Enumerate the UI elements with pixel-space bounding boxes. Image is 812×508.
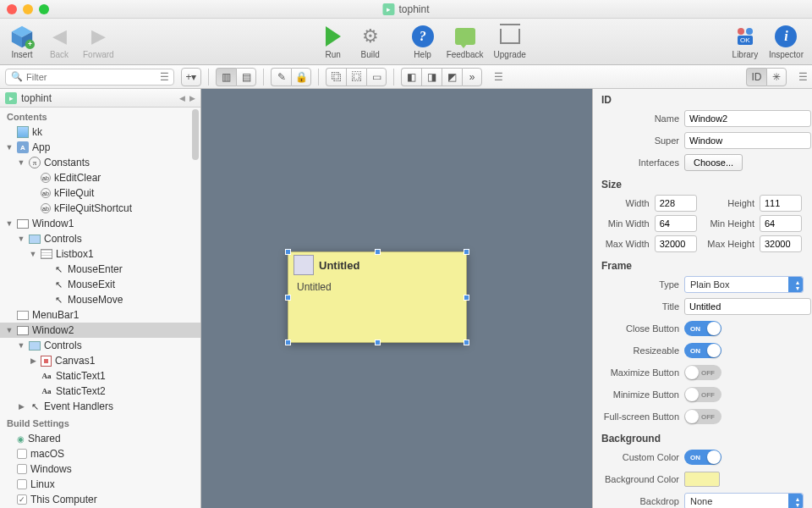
view-code-button[interactable]: ▤	[236, 68, 256, 86]
checkbox[interactable]	[17, 479, 27, 489]
lock-button[interactable]: 🔒	[291, 68, 311, 86]
edit-button[interactable]: ✎	[271, 68, 291, 86]
tree-item-kfilequitshortcut[interactable]: abkFileQuitShortcut	[0, 201, 200, 216]
disclosure-icon[interactable]: ▼	[17, 158, 25, 167]
tree-item-constants[interactable]: ▼πConstants	[0, 155, 200, 170]
align-button-1[interactable]: ⿻	[326, 68, 346, 86]
nav-prev-icon[interactable]: ◀	[179, 94, 185, 102]
tree-item-kfilequit[interactable]: abkFileQuit	[0, 185, 200, 201]
height-field[interactable]	[760, 195, 802, 212]
minwidth-field[interactable]	[655, 215, 697, 232]
maxheight-field[interactable]	[760, 235, 802, 252]
minheight-field[interactable]	[760, 215, 802, 232]
disclosure-icon[interactable]: ▶	[29, 356, 37, 365]
tree-item-menubar1[interactable]: MenuBar1	[0, 307, 200, 323]
window-preview[interactable]: Untitled Untitled	[288, 251, 467, 343]
overflow-button[interactable]: »	[462, 68, 482, 86]
target-shared[interactable]: ◉Shared	[0, 431, 200, 446]
resizeable-switch[interactable]: ON	[684, 343, 721, 358]
run-button[interactable]: Run	[320, 24, 347, 59]
tree-item-controls[interactable]: ▼Controls	[0, 231, 200, 246]
super-field[interactable]	[684, 132, 811, 149]
insert-button[interactable]: + Insert	[8, 24, 36, 59]
zoom-icon[interactable]	[39, 4, 49, 14]
align-button-2[interactable]: ⿴	[346, 68, 366, 86]
tree-item-listbox1[interactable]: ▼Listbox1	[0, 246, 200, 262]
resize-handle[interactable]	[464, 249, 469, 255]
fullscreen-switch[interactable]: OFF	[684, 409, 721, 424]
resize-handle[interactable]	[285, 249, 291, 255]
choose-interfaces-button[interactable]: Choose...	[684, 154, 743, 171]
name-field[interactable]	[684, 110, 811, 127]
scrollbar[interactable]	[192, 109, 199, 160]
checkbox[interactable]	[17, 449, 27, 459]
build-button[interactable]: ⚙ Build	[357, 24, 384, 59]
target-windows[interactable]: Windows	[0, 461, 200, 477]
tree-item-mouseexit[interactable]: ↖MouseExit	[0, 277, 200, 292]
target-macos[interactable]: macOS	[0, 446, 200, 461]
forward-button[interactable]: ▶ Forward	[83, 24, 114, 59]
disclosure-icon[interactable]: ▼	[5, 143, 14, 152]
resize-handle[interactable]	[285, 295, 291, 301]
width-field[interactable]	[655, 195, 697, 212]
resize-handle[interactable]	[285, 340, 291, 345]
minimize-switch[interactable]: OFF	[684, 387, 721, 402]
library-button[interactable]: OK Library	[732, 24, 759, 59]
tree-item-keditclear[interactable]: abkEditClear	[0, 170, 200, 185]
disclosure-icon[interactable]: ▼	[17, 235, 25, 243]
close-icon[interactable]	[7, 4, 17, 14]
type-select[interactable]: Plain Box▴▾	[684, 276, 804, 293]
resize-handle[interactable]	[375, 340, 381, 345]
disclosure-icon[interactable]: ▶	[17, 402, 25, 411]
tree-item-eventhandlers[interactable]: ▶↖Event Handlers	[0, 399, 200, 414]
resize-handle[interactable]	[464, 295, 469, 301]
tree-item-app[interactable]: ▼AApp	[0, 140, 200, 155]
navigator-tree[interactable]: Contents kk ▼AApp ▼πConstants abkEditCle…	[0, 108, 200, 508]
tree-item-window2[interactable]: ▼Window2	[0, 323, 200, 338]
inspector-tab-id[interactable]: ID	[746, 68, 766, 86]
upgrade-button[interactable]: Upgrade	[494, 24, 526, 59]
checkbox[interactable]: ✓	[17, 494, 27, 505]
order-button-2[interactable]: ◨	[421, 68, 442, 86]
tree-item-statictext1[interactable]: AaStaticText1	[0, 368, 200, 384]
disclosure-icon[interactable]: ▼	[29, 250, 37, 258]
order-button-3[interactable]: ◩	[442, 68, 462, 86]
add-button[interactable]: +▾	[181, 68, 201, 86]
disclosure-icon[interactable]: ▼	[5, 326, 14, 334]
target-linux[interactable]: Linux	[0, 477, 200, 492]
tree-item-kk[interactable]: kk	[0, 124, 200, 140]
title-field[interactable]	[684, 298, 811, 315]
divider-handle-icon[interactable]: ☰	[798, 71, 807, 83]
disclosure-icon[interactable]: ▼	[17, 341, 25, 350]
customcolor-switch[interactable]: ON	[684, 450, 721, 465]
resize-handle[interactable]	[464, 340, 469, 345]
layout-canvas[interactable]: Untitled Untitled	[201, 89, 592, 508]
checkbox[interactable]	[17, 464, 27, 474]
help-button[interactable]: ? Help	[409, 24, 436, 59]
inspector-tab-gear[interactable]: ✳	[766, 68, 787, 86]
nav-next-icon[interactable]: ▶	[189, 94, 195, 102]
order-button-1[interactable]: ◧	[401, 68, 421, 86]
ruler-button[interactable]: ▭	[366, 68, 387, 86]
tree-item-mouseenter[interactable]: ↖MouseEnter	[0, 262, 200, 277]
back-button[interactable]: ◀ Back	[46, 24, 73, 59]
bgcolor-swatch[interactable]	[684, 472, 720, 487]
inspector-button[interactable]: i Inspector	[769, 24, 804, 59]
tree-item-canvas1[interactable]: ▶Canvas1	[0, 353, 200, 368]
disclosure-icon[interactable]: ▼	[5, 219, 14, 228]
feedback-button[interactable]: Feedback	[447, 24, 484, 59]
filter-search[interactable]: 🔍 ☰	[5, 69, 174, 86]
divider-handle-icon[interactable]: ☰	[494, 71, 502, 83]
view-layout-button[interactable]: ▥	[216, 68, 236, 86]
target-thiscomputer[interactable]: ✓This Computer	[0, 492, 200, 507]
minimize-icon[interactable]	[23, 4, 33, 14]
tree-item-controls2[interactable]: ▼Controls	[0, 338, 200, 353]
resize-handle[interactable]	[375, 249, 381, 255]
closebutton-switch[interactable]: ON	[684, 321, 721, 336]
tree-item-window1[interactable]: ▼Window1	[0, 216, 200, 231]
maxwidth-field[interactable]	[655, 235, 697, 252]
maximize-switch[interactable]: OFF	[684, 365, 721, 380]
backdrop-select[interactable]: None▴▾	[684, 493, 804, 508]
filter-input[interactable]	[26, 72, 156, 82]
tree-item-statictext2[interactable]: AaStaticText2	[0, 384, 200, 399]
